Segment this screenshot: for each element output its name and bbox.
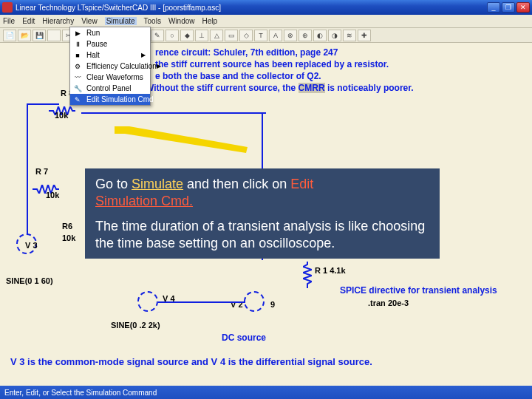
menu-simulate[interactable]: Simulate: [105, 17, 137, 25]
menu-item-icon: 🔧: [72, 83, 83, 94]
toolbar-btn-14[interactable]: △: [210, 30, 223, 41]
window-buttons: _ ❐ ✕: [487, 2, 530, 13]
status-text: Enter, Edit, or Select the Simulation Co…: [4, 389, 157, 397]
toolbar-btn-19[interactable]: ⊗: [284, 30, 297, 41]
source-v4[interactable]: [137, 291, 158, 312]
source-v2[interactable]: [244, 291, 265, 312]
wire: [27, 103, 28, 192]
menu-item-clear-waveforms[interactable]: 〰Clear Waveforms: [70, 72, 150, 83]
menu-item-icon: ⚙: [72, 61, 83, 72]
toolbar-btn-2[interactable]: 💾: [33, 30, 46, 41]
label-r8-val: 10k: [55, 111, 68, 120]
toolbar-btn-15[interactable]: ▭: [225, 30, 238, 41]
toolbar-btn-10[interactable]: ✎: [151, 30, 164, 41]
menu-item-icon: ⏸: [72, 39, 83, 50]
menu-item-halt[interactable]: ■Halt▶: [70, 50, 150, 61]
resistor-r1[interactable]: [303, 262, 312, 288]
toolbar-btn-1[interactable]: 📂: [18, 30, 31, 41]
menu-item-icon: ■: [72, 50, 83, 61]
menu-file[interactable]: File: [3, 17, 15, 25]
simulate-menu[interactable]: ▶Run⏸Pause■Halt▶⚙Efficiency Calculation▶…: [69, 27, 151, 106]
label-v3-sine: SINE(0 1 60): [6, 276, 53, 285]
label-v4-sine: SINE(0 .2 2k): [111, 321, 160, 330]
menu-help[interactable]: Help: [202, 17, 218, 25]
wire: [27, 103, 59, 105]
label-r7: R 7: [35, 167, 48, 176]
minimize-button[interactable]: _: [487, 2, 500, 13]
toolbar-btn-23[interactable]: ≋: [343, 30, 356, 41]
label-v2-num: 9: [270, 300, 275, 309]
tutorial-arrow: [115, 126, 248, 153]
menu-item-label: Halt: [86, 51, 100, 59]
toolbar-btn-17[interactable]: T: [254, 30, 267, 41]
wire: [27, 191, 28, 235]
menu-item-label: Efficiency Calculation: [86, 62, 157, 70]
submenu-arrow-icon: ▶: [157, 63, 161, 69]
toolbar-btn-0[interactable]: 📄: [3, 30, 16, 41]
label-r1: R 1 4.1k: [315, 266, 346, 275]
overlay-line1: Go to Simulate and then click on Edit: [95, 176, 429, 193]
svg-marker-0: [115, 126, 248, 153]
overlay-line2: The time duration of a transient analysi…: [95, 218, 429, 251]
menu-tools[interactable]: Tools: [144, 17, 161, 25]
menu-item-icon: ✎: [72, 95, 83, 105]
toolbar-btn-20[interactable]: ⊕: [299, 30, 312, 41]
toolbar-btn-3[interactable]: [47, 30, 61, 41]
cmrr-highlight: CMRR: [299, 83, 325, 93]
titlebar[interactable]: Linear Technology LTspice/SwitcherCAD II…: [0, 0, 532, 15]
schematic-text-2: the stiff current source has been replac…: [155, 59, 389, 69]
label-r6: R6: [62, 222, 72, 231]
toolbar-btn-11[interactable]: ○: [166, 30, 179, 41]
menu-edit[interactable]: Edit: [22, 17, 35, 25]
menu-window[interactable]: Window: [168, 17, 195, 25]
tutorial-overlay: Go to Simulate and then click on Edit Si…: [85, 168, 440, 259]
toolbar-btn-18[interactable]: A: [269, 30, 282, 41]
window-title: Linear Technology LTspice/SwitcherCAD II…: [16, 4, 487, 12]
menu-item-pause[interactable]: ⏸Pause: [70, 38, 150, 50]
statusbar: Enter, Edit, or Select the Simulation Co…: [0, 386, 532, 399]
overlay-line1b: Simulation Cmd.: [95, 193, 429, 210]
maximize-button[interactable]: ❐: [502, 2, 515, 13]
label-v3: V 3: [25, 241, 38, 250]
app-icon: [2, 2, 13, 13]
menu-view[interactable]: View: [81, 17, 98, 25]
label-r6-val: 10k: [62, 233, 75, 242]
dc-source-label: DC source: [222, 332, 266, 343]
menu-item-edit-simulation-cmd[interactable]: ✎Edit Simulation Cmd: [70, 94, 150, 105]
menu-hierarchy[interactable]: Hierarchy: [42, 17, 74, 25]
close-button[interactable]: ✕: [516, 2, 530, 13]
toolbar-btn-13[interactable]: ⊥: [195, 30, 208, 41]
schematic-text-1: rence circuit: Schuler, 7th edition, pag…: [155, 47, 338, 58]
spice-cmd: .tran 20e-3: [368, 299, 409, 307]
toolbar-btn-12[interactable]: ◆: [180, 30, 194, 41]
menu-item-label: Clear Waveforms: [86, 73, 143, 81]
label-r7-val: 10k: [46, 191, 59, 200]
schematic-text-3: e both the base and the collector of Q2.: [155, 71, 321, 81]
menu-item-run[interactable]: ▶Run: [70, 27, 150, 38]
menu-item-icon: 〰: [72, 72, 83, 83]
wire: [81, 112, 266, 114]
menu-item-label: Pause: [86, 40, 107, 48]
menu-item-efficiency-calculation[interactable]: ⚙Efficiency Calculation▶: [70, 61, 150, 72]
submenu-arrow-icon: ▶: [141, 52, 146, 58]
wire: [158, 301, 245, 303]
spice-label: SPICE directive for transient analysis: [340, 285, 497, 296]
toolbar-btn-16[interactable]: ◇: [239, 30, 253, 41]
menu-item-label: Edit Simulation Cmd: [86, 95, 154, 103]
toolbar-btn-21[interactable]: ◐: [313, 30, 327, 41]
menu-item-icon: ▶: [72, 28, 83, 38]
toolbar-btn-24[interactable]: ✚: [358, 30, 371, 41]
schematic-text-4: Without the stiff current source, the CM…: [146, 83, 414, 93]
menu-item-label: Control Panel: [86, 84, 132, 92]
menu-item-label: Run: [86, 29, 100, 37]
toolbar-btn-22[interactable]: ◑: [328, 30, 341, 41]
bottom-text: V 3 is the common-mode signal source and…: [10, 356, 372, 367]
menu-item-control-panel[interactable]: 🔧Control Panel: [70, 83, 150, 94]
